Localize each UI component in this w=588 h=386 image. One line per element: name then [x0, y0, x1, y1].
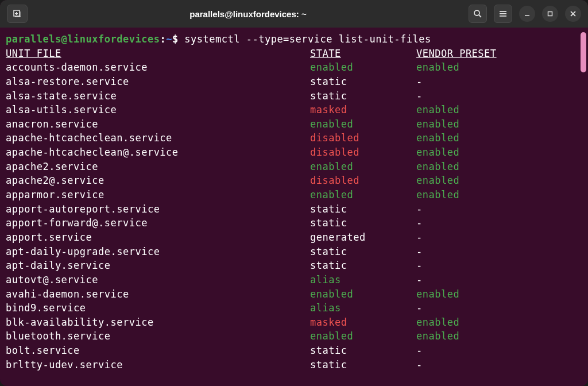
state-cell: masked — [310, 315, 416, 330]
scrollbar-thumb[interactable] — [581, 32, 586, 72]
unit-file-cell: anacron.service — [6, 117, 310, 132]
table-header: UNIT FILESTATEVENDOR PRESET — [6, 47, 582, 61]
preset-cell: enabled — [416, 287, 582, 302]
svg-rect-8 — [500, 13, 506, 14]
unit-file-cell: apport-autoreport.service — [6, 202, 310, 217]
preset-cell: enabled — [416, 117, 582, 132]
table-row: apport.servicegenerated- — [6, 230, 582, 245]
window-title: parallels@linuxfordevices: ~ — [32, 9, 464, 19]
state-cell: enabled — [310, 329, 416, 343]
state-cell: disabled — [310, 145, 416, 160]
state-cell: static — [310, 216, 416, 230]
table-row: apache-htcacheclean.servicedisabledenabl… — [6, 131, 582, 145]
table-row: autovt@.servicealias- — [6, 273, 582, 287]
close-icon — [570, 10, 577, 17]
table-row: accounts-daemon.serviceenabledenabled — [6, 60, 582, 75]
preset-cell: enabled — [416, 315, 582, 330]
unit-file-cell: alsa-utils.service — [6, 103, 310, 117]
terminal-body[interactable]: parallels@linuxfordevices:~$ systemctl -… — [0, 28, 588, 386]
preset-cell: - — [416, 358, 582, 372]
terminal-window: parallels@linuxfordevices: ~ parallels@l… — [0, 0, 588, 386]
state-cell: static — [310, 202, 416, 217]
preset-cell: enabled — [416, 173, 582, 188]
unit-file-cell: apache2@.service — [6, 173, 310, 188]
state-cell: enabled — [310, 117, 416, 132]
preset-cell: - — [416, 230, 582, 245]
search-button[interactable] — [469, 5, 487, 23]
table-body: accounts-daemon.serviceenabledenabledals… — [6, 60, 582, 372]
svg-point-5 — [474, 10, 479, 16]
maximize-button[interactable] — [542, 6, 558, 22]
prompt-user-host: parallels@linuxfordevices — [6, 33, 160, 45]
preset-cell: enabled — [416, 329, 582, 343]
table-row: anacron.serviceenabledenabled — [6, 117, 582, 132]
unit-file-cell: apache-htcacheclean.service — [6, 131, 310, 145]
unit-file-cell: apache-htcacheclean@.service — [6, 145, 310, 160]
table-row: avahi-daemon.serviceenabledenabled — [6, 287, 582, 302]
table-row: bluetooth.serviceenabledenabled — [6, 329, 582, 343]
unit-file-cell: apt-daily.service — [6, 258, 310, 273]
state-cell: enabled — [310, 287, 416, 302]
table-row: apache2.serviceenabledenabled — [6, 160, 582, 174]
table-row: apport-forward@.servicestatic- — [6, 216, 582, 230]
table-row: apt-daily-upgrade.servicestatic- — [6, 245, 582, 259]
unit-file-cell: autovt@.service — [6, 273, 310, 287]
state-cell: static — [310, 75, 416, 89]
menu-button[interactable] — [494, 5, 512, 23]
table-row: alsa-state.servicestatic- — [6, 89, 582, 103]
titlebar-controls — [469, 5, 581, 23]
unit-file-cell: apache2.service — [6, 160, 310, 174]
preset-cell: - — [416, 202, 582, 217]
table-row: blk-availability.servicemaskedenabled — [6, 315, 582, 330]
unit-file-cell: blk-availability.service — [6, 315, 310, 330]
state-cell: masked — [310, 103, 416, 117]
preset-cell: - — [416, 343, 582, 358]
table-row: apparmor.serviceenabledenabled — [6, 188, 582, 202]
hamburger-icon — [498, 9, 508, 18]
unit-file-cell: bind9.service — [6, 301, 310, 315]
minimize-button[interactable] — [519, 6, 535, 22]
preset-cell: enabled — [416, 60, 582, 75]
state-cell: disabled — [310, 173, 416, 188]
state-cell: static — [310, 343, 416, 358]
search-icon — [473, 9, 482, 18]
header-state: STATE — [310, 47, 416, 61]
new-tab-icon — [13, 9, 22, 18]
state-cell: enabled — [310, 60, 416, 75]
unit-file-cell: alsa-restore.service — [6, 75, 310, 89]
preset-cell: - — [416, 89, 582, 103]
preset-cell: - — [416, 273, 582, 287]
unit-file-cell: bluetooth.service — [6, 329, 310, 343]
unit-file-cell: apport-forward@.service — [6, 216, 310, 230]
preset-cell: - — [416, 216, 582, 230]
unit-file-cell: apparmor.service — [6, 188, 310, 202]
state-cell: disabled — [310, 131, 416, 145]
state-cell: generated — [310, 230, 416, 245]
new-tab-button[interactable] — [7, 5, 28, 23]
titlebar: parallels@linuxfordevices: ~ — [0, 0, 588, 28]
svg-rect-10 — [525, 15, 529, 16]
state-cell: enabled — [310, 188, 416, 202]
state-cell: static — [310, 245, 416, 259]
prompt-separator: : — [160, 33, 166, 45]
unit-file-cell: apt-daily-upgrade.service — [6, 245, 310, 259]
svg-rect-9 — [500, 16, 506, 17]
minimize-icon — [524, 10, 531, 17]
table-row: apt-daily.servicestatic- — [6, 258, 582, 273]
table-row: brltty-udev.servicestatic- — [6, 358, 582, 372]
close-button[interactable] — [565, 6, 581, 22]
prompt-line: parallels@linuxfordevices:~$ systemctl -… — [6, 32, 582, 47]
table-row: alsa-utils.servicemaskedenabled — [6, 103, 582, 117]
unit-file-cell: apport.service — [6, 230, 310, 245]
preset-cell: enabled — [416, 131, 582, 145]
state-cell: static — [310, 258, 416, 273]
unit-file-cell: brltty-udev.service — [6, 358, 310, 372]
preset-cell: enabled — [416, 160, 582, 174]
table-row: alsa-restore.servicestatic- — [6, 75, 582, 89]
preset-cell: - — [416, 245, 582, 259]
header-unit: UNIT FILE — [6, 47, 310, 61]
svg-rect-4 — [15, 17, 21, 18]
unit-file-cell: bolt.service — [6, 343, 310, 358]
table-row: apport-autoreport.servicestatic- — [6, 202, 582, 217]
preset-cell: - — [416, 301, 582, 315]
